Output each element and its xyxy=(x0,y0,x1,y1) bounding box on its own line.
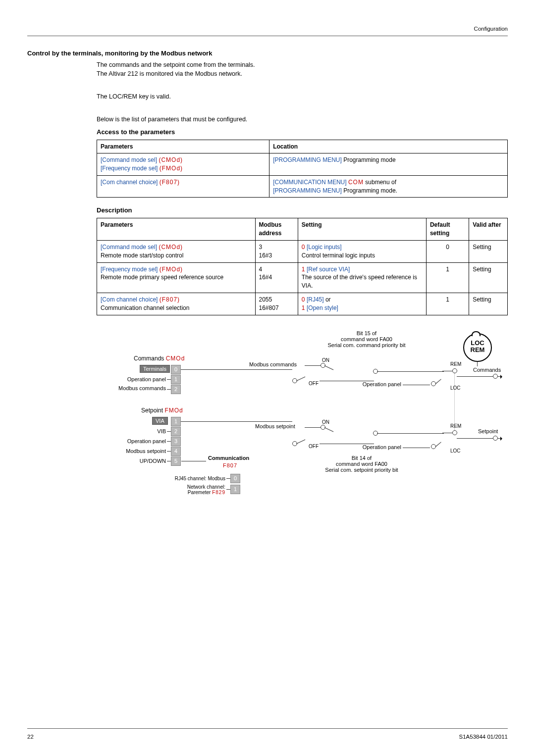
param-code: (F807) xyxy=(160,296,180,303)
menu-link: [PROGRAMMING MENU] xyxy=(273,187,342,194)
table-header: Default setting xyxy=(426,218,469,241)
set-value: 1 xyxy=(302,266,305,273)
setpoint-heading: Setpoint FMOd xyxy=(141,407,183,414)
setpoint-opt-3: 3 xyxy=(171,437,181,446)
addr-hex: 16#4 xyxy=(259,274,272,281)
setpoint-opt-1: 1 xyxy=(171,417,181,426)
set-sub: Control terminal logic inputs xyxy=(302,252,375,259)
set-label: [Open style] xyxy=(305,304,338,311)
rj45-label: RJ45 channel: Modbus xyxy=(134,476,225,481)
modbus-setpoint-mid-label: Modbus setpoint xyxy=(255,423,295,429)
addr-hex: 16#3 xyxy=(259,252,272,259)
menu-code: COM xyxy=(348,179,364,186)
set-label: [Ref source VIA] xyxy=(305,266,350,273)
table-row: [Frequency mode sel] (FMOd) Remote mode … xyxy=(97,262,508,293)
commands-output-label: Commands xyxy=(473,367,501,373)
modbus-commands-mid-label: Modbus commands xyxy=(249,361,297,367)
addr-hex: 16#807 xyxy=(259,304,279,311)
on-label: ON xyxy=(322,419,329,425)
param-sub: Remote mode primary speed reference sour… xyxy=(101,274,223,281)
footer-rule xyxy=(27,728,508,729)
subheading-description: Description xyxy=(97,206,508,214)
set-value: 1 xyxy=(302,304,305,311)
param-link: [Com channel choice] xyxy=(101,296,158,303)
default-value: 1 xyxy=(426,293,469,315)
param-link: [Command mode sel] xyxy=(101,244,157,251)
rem-label: REM xyxy=(450,423,461,429)
comm-opt-0: 0 xyxy=(230,474,240,483)
setpoint-opt-5: 5 xyxy=(171,456,181,466)
paragraph: The commands and the setpoint come from … xyxy=(97,60,508,69)
operation-panel-label: Operation panel xyxy=(111,438,166,444)
terminals-box: Terminals xyxy=(140,365,170,373)
param-sub: Remote mode start/stop control xyxy=(101,252,183,259)
loc-label: LOC xyxy=(450,385,461,391)
via-box: VIA xyxy=(152,417,168,425)
addr: 3 xyxy=(259,244,263,251)
bit15-caption: Bit 15 of command word FA00 Serial com. … xyxy=(310,330,424,348)
modbus-commands-label: Modbus commands xyxy=(111,385,166,391)
param-code: (F807) xyxy=(160,179,180,186)
commands-opt-1: 1 xyxy=(171,375,181,384)
table-row: [Com channel choice] (F807) Communicatio… xyxy=(97,293,508,315)
setpoint-opt-2: 2 xyxy=(171,427,181,436)
communication-code: F807 xyxy=(223,462,237,468)
menu-link: [PROGRAMMING MENU] xyxy=(273,156,342,163)
off-label: OFF xyxy=(309,381,319,386)
rem-label: REM xyxy=(450,361,461,367)
param-link: [Com channel choice] xyxy=(101,179,158,186)
table-row: [Com channel choice] (F807) [COMMUNICATI… xyxy=(97,175,508,198)
description-table: Parameters Modbus address Setting Defaul… xyxy=(97,218,508,315)
param-code: (FMOd) xyxy=(160,165,183,172)
set-label: [RJ45] xyxy=(305,296,324,303)
subheading-access: Access to the parameters xyxy=(97,128,508,136)
set-value: 0 xyxy=(302,296,305,303)
table-header: Parameters xyxy=(97,218,256,241)
setpoint-opt-4: 4 xyxy=(171,447,181,456)
param-link: [Frequency mode sel] xyxy=(101,165,158,172)
text: submenu of xyxy=(364,179,396,186)
operation-panel-label: Operation panel xyxy=(347,381,401,387)
header-rule xyxy=(27,36,508,36)
text: Programming mode. xyxy=(342,187,397,194)
table-row: [Command mode sel] (CMOd) [Frequency mod… xyxy=(97,153,508,176)
page-number: 22 xyxy=(27,734,34,740)
addr: 2055 xyxy=(259,296,272,303)
default-value: 0 xyxy=(426,241,469,263)
param-sub: Communication channel selection xyxy=(101,304,189,311)
access-table: Parameters Location [Command mode sel] (… xyxy=(97,140,508,198)
modbus-setpoint-label: Modbus setpoint xyxy=(111,448,166,454)
text: Programming mode xyxy=(342,156,396,163)
table-header: Setting xyxy=(298,218,426,241)
valid-after: Setting xyxy=(469,241,508,263)
setpoint-output-label: Setpoint xyxy=(478,428,498,434)
bit14-caption: Bit 14 of command word FA00 Serial com. … xyxy=(305,455,419,473)
operation-panel-label: Operation panel xyxy=(111,376,166,382)
loc-rem-key-icon: LOCREM xyxy=(463,333,492,362)
set-label: [Logic inputs] xyxy=(305,244,342,251)
document-id: S1A53844 01/2011 xyxy=(459,734,508,740)
param-link: [Command mode sel] xyxy=(101,156,157,163)
valid-after: Setting xyxy=(469,293,508,315)
off-label: OFF xyxy=(309,444,319,449)
signal-diagram: Bit 15 of command word FA00 Serial com. … xyxy=(97,330,508,553)
commands-opt-2: 2 xyxy=(171,385,181,394)
param-code: (CMOd) xyxy=(159,156,183,163)
set-sub: The source of the drive's speed referenc… xyxy=(302,274,417,289)
operation-panel-label: Operation panel xyxy=(347,444,401,450)
table-row: [Command mode sel] (CMOd) Remote mode st… xyxy=(97,241,508,263)
default-value: 1 xyxy=(426,262,469,293)
menu-link: [COMMUNICATION MENU] xyxy=(273,179,348,186)
on-label: ON xyxy=(322,357,329,363)
table-header: Modbus address xyxy=(255,218,298,241)
text: or xyxy=(324,296,331,303)
network-channel-label: Network channel: Paremeter F829 xyxy=(134,484,225,495)
communication-heading: Communication xyxy=(208,455,249,461)
table-header: Location xyxy=(269,140,508,153)
commands-opt-0: 0 xyxy=(171,365,181,374)
set-value: 0 xyxy=(302,244,305,251)
commands-heading: Commands CMOd xyxy=(134,355,185,362)
paragraph: The LOC/REM key is valid. xyxy=(97,92,508,101)
comm-opt-1: 1 xyxy=(230,485,240,494)
loc-label: LOC xyxy=(450,448,461,454)
